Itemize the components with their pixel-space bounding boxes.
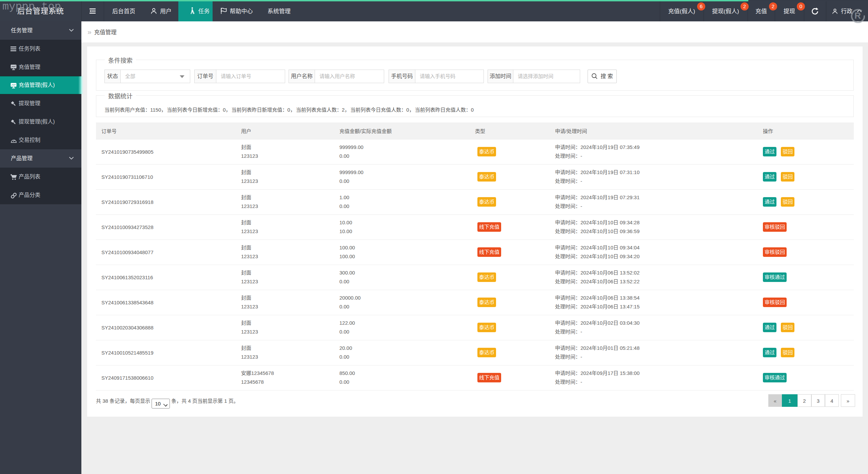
svg-text:R: R: [854, 11, 861, 21]
